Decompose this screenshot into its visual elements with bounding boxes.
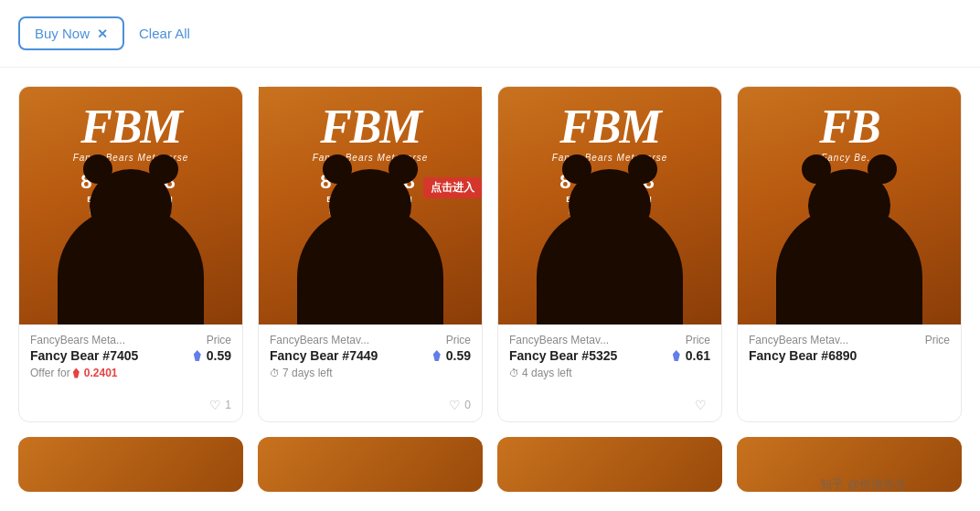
card-info-4: FancyBears Metav... Price Fancy Bear #68… [738, 325, 961, 374]
nft-name-2: Fancy Bear #7449 [270, 348, 378, 363]
collection-name-3: FancyBears Metav... [509, 334, 609, 346]
heart-icon-3: ♡ [695, 398, 707, 412]
card-footer-3: ♡ [498, 394, 721, 421]
fbm-logo-2: FBM [320, 103, 421, 151]
nft-card-3[interactable]: FBM Fancy Bears Metaverse 8 8 8 8 BEARS … [497, 86, 722, 422]
bear-body-4 [776, 206, 922, 325]
top-bar: Buy Now ✕ Clear All [0, 0, 980, 68]
close-icon[interactable]: ✕ [97, 27, 108, 41]
buy-now-filter-tag[interactable]: Buy Now ✕ [18, 16, 124, 50]
card-image-3: FBM Fancy Bears Metaverse 8 8 8 8 BEARS … [498, 87, 721, 325]
fbm-logo-3: FBM [559, 103, 660, 151]
offer-eth-icon-1 [73, 368, 80, 378]
eth-icon-3 [673, 350, 680, 361]
nft-card-2[interactable]: FBM Fancy Bears Metaverse 8 8 8 8 BEARS … [258, 86, 483, 422]
price-value-2: 0.59 [433, 348, 471, 363]
watermark: 知乎 @价值先生 [820, 476, 907, 492]
collection-name-1: FancyBears Meta... [30, 334, 125, 346]
price-label-4: Price [925, 334, 950, 346]
cards-grid: FBM Fancy Bears Metaverse 8 8 8 8 BEARS … [0, 68, 980, 422]
card-image-4: FB Fancy Be... 8 BEARSIN M [738, 87, 961, 325]
eth-icon-1 [194, 350, 201, 361]
bear-body-2 [297, 206, 443, 325]
like-count-1: 1 [225, 399, 231, 411]
watermark-text: 知乎 @价值先生 [820, 476, 907, 492]
annotation-overlay-2: 点击进入 [423, 177, 482, 199]
heart-icon-1: ♡ [209, 398, 221, 412]
like-button-1[interactable]: ♡ 1 [209, 398, 231, 412]
like-count-2: 0 [464, 399, 471, 411]
price-label-2: Price [446, 334, 471, 346]
card-image-2: FBM Fancy Bears Metaverse 8 8 8 8 BEARS … [259, 87, 482, 325]
price-value-3: 0.61 [673, 348, 710, 363]
eth-icon-2 [433, 350, 441, 361]
fbm-logo-1: FBM [80, 103, 181, 151]
offer-price-1: 0.2401 [84, 367, 118, 379]
like-button-3[interactable]: ♡ [695, 398, 710, 412]
clear-all-button[interactable]: Clear All [135, 18, 194, 48]
bear-body-3 [537, 206, 683, 325]
days-left-3: ⏱ 4 days left [509, 367, 572, 379]
clock-icon-2: ⏱ [270, 367, 280, 378]
nft-card-4[interactable]: FB Fancy Be... 8 BEARSIN M FancyBears Me… [737, 86, 962, 422]
price-value-1: 0.59 [194, 348, 231, 363]
nft-card-1[interactable]: FBM Fancy Bears Metaverse 8 8 8 8 BEARS … [18, 86, 243, 422]
card-info-1: FancyBears Meta... Price Fancy Bear #740… [19, 325, 242, 394]
filter-tag-label: Buy Now [35, 26, 90, 41]
fbm-logo-4: FB [819, 103, 879, 151]
collection-name-4: FancyBears Metav... [749, 334, 848, 346]
collection-name-2: FancyBears Metav... [270, 334, 369, 346]
price-label-3: Price [686, 334, 710, 346]
nft-name-3: Fancy Bear #5325 [509, 348, 617, 363]
annotation-text-2: 点击进入 [423, 177, 482, 198]
card-footer-2: ♡ 0 [259, 394, 482, 421]
nft-name-4: Fancy Bear #6890 [749, 348, 857, 363]
bear-body-1 [58, 206, 204, 325]
card-info-3: FancyBears Metav... Price Fancy Bear #53… [498, 325, 721, 394]
price-label-1: Price [207, 334, 231, 346]
like-button-2[interactable]: ♡ 0 [449, 398, 471, 412]
bottom-card-3 [497, 437, 722, 492]
days-left-2: ⏱ 7 days left [270, 367, 333, 379]
heart-icon-2: ♡ [449, 398, 461, 412]
clock-icon-3: ⏱ [509, 367, 519, 378]
card-info-2: FancyBears Metav... Price Fancy Bear #74… [259, 325, 482, 394]
bottom-card-1 [18, 437, 243, 492]
card-footer-1: ♡ 1 [19, 394, 242, 421]
offer-text-1: Offer for 0.2401 [30, 367, 118, 379]
bottom-card-2 [258, 437, 483, 492]
card-image-1: FBM Fancy Bears Metaverse 8 8 8 8 BEARS … [19, 87, 242, 325]
nft-name-1: Fancy Bear #7405 [30, 348, 138, 363]
